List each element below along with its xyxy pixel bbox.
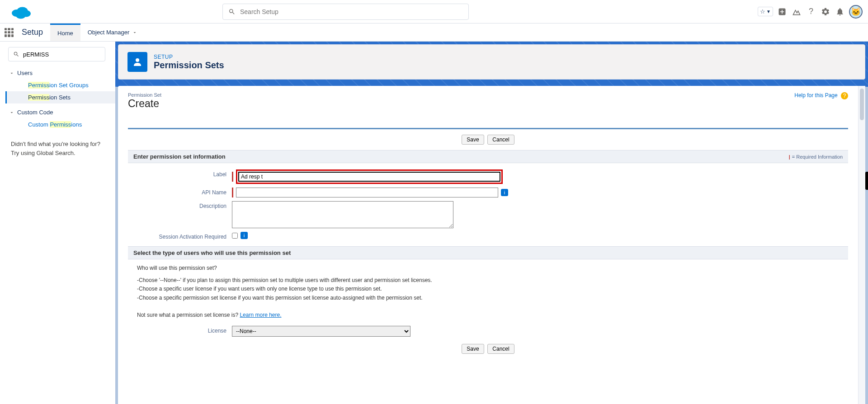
tree-item-label: Custom [28,121,50,128]
tree-item-label: ion Set Groups [49,82,89,89]
scrollbar-thumb[interactable] [860,89,864,120]
chevron-down-icon [132,30,137,35]
session-activation-checkbox[interactable] [232,233,238,239]
label-highlight [236,169,503,184]
add-icon[interactable] [777,6,788,17]
setup-sidebar: Users Permission Set Groups Permission S… [0,42,115,404]
nav-home-label: Home [57,30,73,37]
highlight-text: Permiss [28,82,49,89]
search-icon [13,51,19,57]
search-icon [228,8,236,15]
star-icon: ☆ [760,8,765,15]
sidebar-item-permission-sets[interactable]: Permission Sets [5,91,115,103]
nav-home[interactable]: Home [50,23,80,41]
save-button[interactable]: Save [462,344,484,354]
sidebar-item-custom-permissions[interactable]: Custom Permissions [5,118,115,131]
chevron-down-icon [9,70,14,76]
user-avatar[interactable]: 🐱 [849,5,863,19]
quick-find[interactable] [8,47,105,61]
api-name-input[interactable] [236,188,498,197]
setup-gear-icon[interactable] [820,6,831,17]
no-results-message: Didn't find what you're looking for? Try… [5,131,115,166]
tree-section-users[interactable]: Users [5,67,115,79]
page-header: SETUP Permission Sets [118,44,865,80]
favorites-button[interactable]: ☆▼ [758,7,773,16]
svg-point-5 [136,58,139,62]
label-input[interactable] [238,172,500,182]
session-activation-label: Session Activation Required [128,232,232,240]
learn-more-link[interactable]: Learn more here. [240,312,281,318]
required-info-legend: |= Required Information [789,154,843,160]
license-select[interactable]: --None-- [232,326,410,337]
context-bar: Setup Home Object Manager [0,23,868,42]
chevron-down-icon [9,110,14,115]
notifications-icon[interactable] [835,6,845,17]
required-indicator [232,172,233,182]
app-name: Setup [18,23,50,41]
entity-label: Permission Set [128,92,848,98]
tree-item-label: ions [71,121,82,128]
tree-section-label: Custom Code [17,109,53,116]
nav-object-manager-label: Object Manager [88,29,130,36]
chevron-down-icon: ▼ [766,9,771,14]
help-icon[interactable]: ? [806,6,816,17]
global-search-input[interactable] [240,8,463,15]
tree-item-label: ion Sets [49,94,71,101]
edge-tab[interactable] [865,172,868,190]
tree-section-label: Users [17,70,33,76]
help-text-block: Who will use this permission set? -Choos… [128,259,848,324]
section-header-info: Enter permission set information |= Requ… [128,150,848,163]
tree-section-custom-code[interactable]: Custom Code [5,106,115,118]
page-title: Permission Sets [154,60,224,70]
description-label: Description [128,201,232,209]
help-for-page-link[interactable]: Help for this Page ? [794,92,848,99]
description-input[interactable] [232,201,453,228]
button-row-top: Save Cancel [128,129,848,150]
global-search[interactable] [222,4,469,20]
highlight-text: Permiss [50,121,71,128]
info-icon[interactable]: i [501,189,508,196]
scrollbar[interactable] [858,86,865,404]
quick-find-input[interactable] [23,51,100,58]
header-actions: ☆▼ ? 🐱 [758,5,863,19]
cancel-button[interactable]: Cancel [487,344,514,354]
content-area: SETUP Permission Sets Help for this Page… [115,42,868,404]
svg-point-3 [16,12,26,19]
license-label: License [128,326,232,334]
label-label: Label [128,169,232,178]
app-launcher-icon[interactable] [0,23,18,41]
global-header: ☆▼ ? 🐱 [0,0,868,23]
help-icon: ? [841,92,848,99]
salesforce-logo[interactable] [10,4,33,19]
entity-title: Create [128,98,848,110]
section-header-users: Select the type of users who will use th… [128,246,848,259]
permission-sets-icon [127,52,147,72]
cancel-button[interactable]: Cancel [487,135,514,145]
save-button[interactable]: Save [462,135,484,145]
sidebar-item-permission-set-groups[interactable]: Permission Set Groups [5,79,115,91]
required-indicator [232,188,233,197]
breadcrumb: SETUP [154,54,224,60]
api-name-label: API Name [128,188,232,196]
info-icon[interactable]: i [241,232,248,239]
detail-panel: Help for this Page ? Permission Set Crea… [118,86,865,404]
highlight-text: Permiss [28,94,49,101]
nav-object-manager[interactable]: Object Manager [80,23,145,41]
button-row-bottom: Save Cancel [128,338,848,359]
trailhead-icon[interactable] [791,6,802,17]
